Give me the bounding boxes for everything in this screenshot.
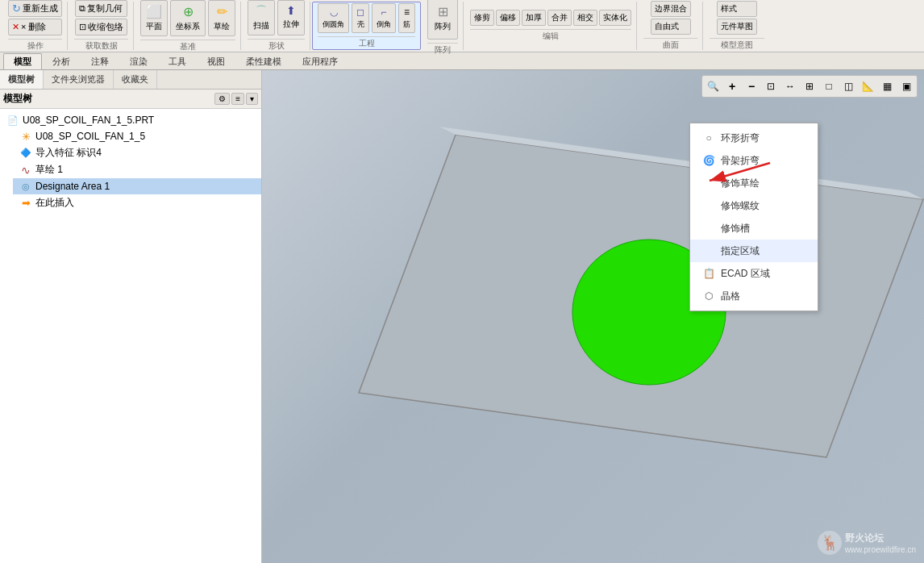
modify-sketch-icon bbox=[701, 176, 716, 190]
tab-annotation[interactable]: 注释 bbox=[81, 53, 119, 69]
tree-icon-feature-ref: ✳ bbox=[19, 130, 32, 143]
chamfer-button[interactable]: ⌐ 倒角 bbox=[372, 3, 396, 33]
panel-settings-btn[interactable]: ⚙ bbox=[214, 93, 230, 105]
boundary-blend-button[interactable]: 边界混合 bbox=[651, 1, 691, 17]
vp-display-btn[interactable]: ▣ bbox=[897, 77, 915, 95]
vp-view1-btn[interactable]: □ bbox=[820, 77, 838, 95]
menu-item-circular-bend[interactable]: ○ 环形折弯 bbox=[690, 127, 818, 149]
tree-item-designate-area[interactable]: ◎ Designate Area 1 bbox=[13, 178, 261, 194]
plane-button[interactable]: ⬜ 平面 bbox=[140, 0, 168, 36]
offset-button[interactable]: 偏移 bbox=[496, 10, 520, 26]
left-tab-folder-browser[interactable]: 文件夹浏览器 bbox=[44, 70, 114, 89]
menu-item-lattice[interactable]: ⬡ 晶格 bbox=[690, 285, 818, 307]
coord-sys-button[interactable]: ⊕ 坐标系 bbox=[170, 0, 206, 36]
vp-zoom-minus-btn[interactable]: − bbox=[743, 77, 760, 95]
tree-label-root: U08_SP_COIL_FAN_1_5.PRT bbox=[23, 115, 154, 126]
tab-flexible[interactable]: 柔性建模 bbox=[235, 53, 292, 69]
freeform-button[interactable]: 自由式 bbox=[651, 19, 691, 35]
tree-icon-designate-area: ◎ bbox=[19, 180, 32, 193]
solidify-button[interactable]: 实体化 bbox=[599, 10, 631, 26]
watermark: 🦌 野火论坛 www.proewildfire.cn bbox=[818, 531, 916, 555]
menu-item-ecad-area[interactable]: 📋 ECAD 区域 bbox=[690, 262, 818, 285]
watermark-logo: 🦌 bbox=[818, 531, 842, 555]
tree-item-import[interactable]: 🔷 导入特征 标识4 bbox=[13, 144, 261, 161]
thicken-button[interactable]: 加厚 bbox=[522, 10, 546, 26]
vp-fit-btn[interactable]: ⊡ bbox=[762, 77, 780, 95]
tree-icon-sketch: ∿ bbox=[19, 164, 32, 177]
tree-icon-import: 🔷 bbox=[19, 147, 32, 160]
panel-sort-btn[interactable]: ≡ bbox=[231, 93, 244, 105]
copy-geometry-button[interactable]: ⧉ 复制几何 bbox=[75, 0, 127, 17]
vp-zoom-in-btn[interactable]: 🔍 bbox=[704, 77, 722, 95]
viewport-toolbar: 🔍 + − ⊡ ↔ ⊞ □ ◫ 📐 ▦ ▣ bbox=[701, 75, 918, 98]
style-button[interactable]: 样式 bbox=[717, 1, 757, 17]
panel-filter-btn[interactable]: ▾ bbox=[246, 93, 258, 105]
tab-analysis[interactable]: 分析 bbox=[42, 53, 81, 69]
tab-render[interactable]: 渲染 bbox=[119, 53, 158, 69]
toolbar-group-operations: ↻ 重新生成 ✕ × 删除 操作 bbox=[3, 2, 68, 50]
sketch-button[interactable]: ✏ 草绘 bbox=[208, 0, 235, 36]
array-label: 阵列 bbox=[427, 43, 458, 56]
vp-view2-btn[interactable]: ◫ bbox=[839, 77, 857, 95]
intersect-button[interactable]: 相交 bbox=[573, 10, 597, 26]
vp-pan-btn[interactable]: ↔ bbox=[781, 77, 799, 95]
tree-label-sketch: 草绘 1 bbox=[35, 163, 63, 177]
panel-toolbar: 模型树 ⚙ ≡ ▾ bbox=[0, 90, 261, 109]
merge-button[interactable]: 合并 bbox=[547, 10, 572, 26]
tree-item-feature-ref[interactable]: ✳ U08_SP_COIL_FAN_1_5 bbox=[13, 128, 261, 144]
toolbar-group-engineering: ◡ 倒圆角 ◻ 壳 ⌐ 倒角 ≡ 筋 工程 bbox=[312, 2, 421, 50]
delete-button[interactable]: ✕ × 删除 bbox=[8, 19, 62, 35]
tree-item-insert-here[interactable]: ➡ 在此插入 bbox=[13, 194, 261, 211]
tree-label-designate-area: Designate Area 1 bbox=[35, 181, 110, 192]
vp-zoom-plus-btn[interactable]: + bbox=[723, 77, 741, 95]
component-view-button[interactable]: 元件草图 bbox=[717, 19, 757, 35]
model-intent-label: 模型意图 bbox=[710, 38, 764, 51]
toolbar-group-shape: ⌒ 扫描 ⬆ 拉伸 形状 bbox=[243, 2, 310, 50]
menu-item-modify-slot[interactable]: 修饰槽 bbox=[690, 217, 818, 240]
regenerate-button[interactable]: ↻ 重新生成 bbox=[8, 0, 62, 17]
surface-label: 曲面 bbox=[643, 38, 697, 51]
menu-item-designate-area[interactable]: 指定区域 bbox=[690, 240, 818, 262]
left-tab-model-tree[interactable]: 模型树 bbox=[0, 70, 44, 89]
tab-view[interactable]: 视图 bbox=[197, 53, 235, 69]
vp-grid-btn[interactable]: ⊞ bbox=[801, 77, 818, 95]
panel-title: 模型树 bbox=[3, 92, 213, 106]
watermark-text: 野火论坛 www.proewildfire.cn bbox=[845, 532, 916, 554]
tree-icon-root: 📄 bbox=[6, 114, 19, 127]
tree-label-insert: 在此插入 bbox=[35, 196, 74, 210]
lattice-icon: ⬡ bbox=[701, 289, 716, 303]
tab-model[interactable]: 模型 bbox=[3, 53, 42, 69]
rib-button[interactable]: ≡ 筋 bbox=[398, 3, 415, 33]
tree-item-root[interactable]: 📄 U08_SP_COIL_FAN_1_5.PRT bbox=[0, 112, 261, 128]
model-tree-area: 📄 U08_SP_COIL_FAN_1_5.PRT ✳ U08_SP_COIL_… bbox=[0, 109, 261, 563]
sweep-button[interactable]: ⌒ 扫描 bbox=[248, 0, 275, 35]
operations-label: 操作 bbox=[8, 39, 62, 52]
left-tab-favorites[interactable]: 收藏夹 bbox=[114, 70, 157, 89]
toolbar-group-get-data: ⧉ 复制几何 ⊡ 收缩包络 获取数据 bbox=[69, 2, 134, 50]
tab-tools[interactable]: 工具 bbox=[158, 53, 197, 69]
tree-item-sketch[interactable]: ∿ 草绘 1 bbox=[13, 161, 261, 178]
menu-item-modify-thread[interactable]: 修饰螺纹 bbox=[690, 194, 818, 217]
tree-label-import: 导入特征 标识4 bbox=[35, 146, 102, 160]
engineering-label: 工程 bbox=[318, 36, 415, 49]
tab-apps[interactable]: 应用程序 bbox=[292, 53, 348, 69]
menu-item-spinal-bend[interactable]: 🌀 骨架折弯 bbox=[690, 149, 818, 172]
vp-orient-btn[interactable]: 📐 bbox=[859, 77, 876, 95]
designate-area-icon bbox=[701, 244, 716, 258]
pull-button[interactable]: ⬆ 拉伸 bbox=[277, 0, 305, 35]
circular-bend-icon: ○ bbox=[701, 131, 716, 145]
round-corner-button[interactable]: ◡ 倒圆角 bbox=[318, 3, 349, 33]
array-button[interactable]: ⊞ 阵列 bbox=[427, 0, 458, 40]
shell-button[interactable]: ◻ 壳 bbox=[352, 3, 369, 33]
trim-button[interactable]: 修剪 bbox=[470, 10, 494, 26]
toolbar-group-base: ⬜ 平面 ⊕ 坐标系 ✏ 草绘 基准 bbox=[135, 2, 241, 50]
toolbar-group-array: ⊞ 阵列 阵列 bbox=[422, 2, 464, 50]
menu-item-modify-sketch[interactable]: 修饰草绘 bbox=[690, 172, 818, 194]
vp-shading-btn[interactable]: ▦ bbox=[878, 77, 896, 95]
viewport[interactable]: ○ 环形折弯 🌀 骨架折弯 修饰草绘 修饰螺纹 修饰槽 指定区域 bbox=[262, 70, 924, 563]
shrink-wrap-button[interactable]: ⊡ 收缩包络 bbox=[75, 19, 127, 35]
ecad-area-icon: 📋 bbox=[701, 266, 716, 281]
ribbon-tabs-bar: 模型 分析 注释 渲染 工具 视图 柔性建模 应用程序 bbox=[0, 52, 924, 70]
toolbar-group-model-intent: 样式 元件草图 模型意图 bbox=[705, 2, 769, 50]
shape-label: 形状 bbox=[248, 39, 305, 52]
